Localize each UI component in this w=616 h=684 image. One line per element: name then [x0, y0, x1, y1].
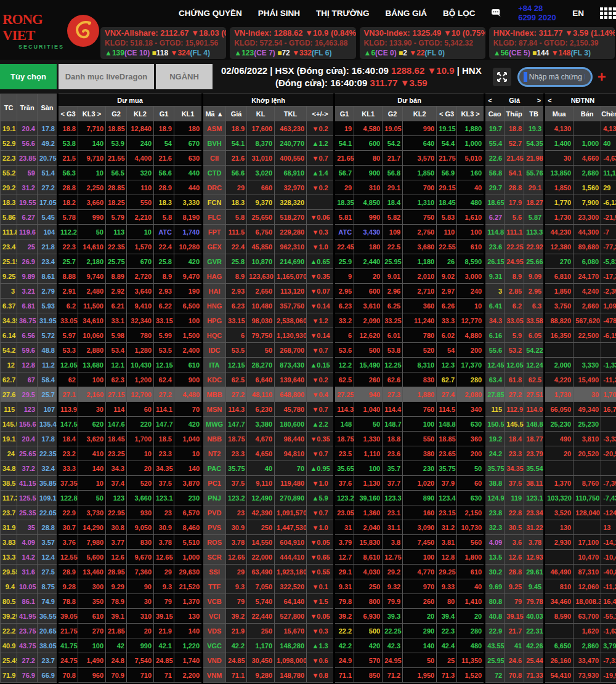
- cell-ticker[interactable]: HQC: [203, 328, 226, 343]
- stock-row-GEX[interactable]: 23.42521.822.314,61022.351,57022.410,280…: [1, 239, 616, 254]
- cell-ticker[interactable]: VND: [203, 653, 226, 668]
- cell-ticker[interactable]: HPG: [203, 313, 226, 328]
- apps-grid-icon[interactable]: [600, 7, 616, 19]
- tab-danh-muc-livedragon[interactable]: Danh mục liveDragon: [59, 64, 154, 89]
- cell-ticker[interactable]: VNM: [203, 668, 226, 683]
- stock-row-HNG[interactable]: 6.376.815.936.211,5006.219,4106.226,500H…: [1, 299, 616, 313]
- stock-row-NT2[interactable]: 2425.6522.3523.241023.251023.310NT223.34…: [1, 446, 616, 461]
- cell-ticker[interactable]: HAG: [203, 269, 226, 284]
- stock-row-CTD[interactable]: 55.25951.456.31056.532056.6440CTD56.63,0…: [1, 166, 616, 180]
- stock-row-GVR[interactable]: 25.1526.923.425.72,18025.7567025.8420GVR…: [1, 254, 616, 269]
- stock-row-NBB[interactable]: 19.120.417.818.43,62018.451,70018.51,040…: [1, 432, 616, 446]
- stock-row-MBB[interactable]: 27.629.525.727.12,16027.1512,70027.24,48…: [1, 387, 616, 402]
- stock-row-MWG[interactable]: 145.5155.6135.4147.5620147.6220147.7420M…: [1, 417, 616, 432]
- col-header-ask-g3[interactable]: < G3: [437, 107, 457, 121]
- col-header-change[interactable]: <+/->: [307, 107, 334, 121]
- cell-ticker[interactable]: NT2: [203, 446, 226, 461]
- col-header-ask-g2[interactable]: G2: [383, 107, 403, 121]
- cell-ticker[interactable]: GEX: [203, 239, 226, 254]
- cell-ticker[interactable]: VDS: [203, 624, 226, 638]
- stock-row-FLC[interactable]: 5.866.275.455.789905.792,2105.88,190FLC5…: [1, 210, 616, 225]
- cell-ticker[interactable]: DRC: [203, 180, 226, 195]
- chevron-left-icon[interactable]: <: [548, 97, 551, 104]
- stock-row-VCB[interactable]: 80.586.174.978.835078.930791,370VCB795,7…: [1, 594, 616, 609]
- index-box-vnindex[interactable]: VN-Index: 1288.62 ▼10.9 (0.84%) KLGD: 57…: [230, 27, 355, 59]
- stock-row-HAG[interactable]: 9.259.898.618.889,7408.892,7208.99,470HA…: [1, 269, 616, 284]
- cell-ticker[interactable]: NBB: [203, 432, 226, 446]
- stock-row-CII[interactable]: 22.323.8520.7521.59,71021.554,40021.6630…: [1, 151, 616, 166]
- cell-ticker[interactable]: CII: [203, 151, 226, 166]
- col-header-ask-kl1[interactable]: KL1: [354, 107, 383, 121]
- stock-row-SSI[interactable]: 29.5531.627.528.913,46028.957,3602929,63…: [1, 565, 616, 579]
- col-header-tc[interactable]: TC: [1, 94, 17, 121]
- cell-ticker[interactable]: IDC: [203, 343, 226, 358]
- cell-ticker[interactable]: VCB: [203, 594, 226, 609]
- stock-row-MSN[interactable]: 115123107113.93011460114.170MSN114.36,23…: [1, 402, 616, 417]
- cell-ticker[interactable]: SSI: [203, 565, 226, 579]
- col-header-tkl[interactable]: TKL: [275, 107, 307, 121]
- nav-thi-truong[interactable]: THỊ TRƯỜNG: [316, 9, 369, 18]
- cell-ticker[interactable]: PC1: [203, 476, 226, 491]
- col-header-bid-g1[interactable]: G1: [154, 107, 174, 121]
- col-header-bid-kl1[interactable]: KL1: [174, 107, 203, 121]
- col-header-ma[interactable]: Mã ▲: [203, 107, 226, 121]
- stock-row-VND[interactable]: 25.4527.223.724.751,49024.87,54024.851,7…: [1, 653, 616, 668]
- stock-row-TTF[interactable]: 9.410.058.759.283009.29909.321,520TTF9.3…: [1, 579, 616, 594]
- cell-ticker[interactable]: HAI: [203, 284, 226, 299]
- col-header-fchenh[interactable]: Chèn: [601, 107, 616, 121]
- stock-row-ASM[interactable]: 19.120.417.818.87,71018.8512,84018.9180A…: [1, 121, 616, 136]
- stock-row-SCR[interactable]: 13.314.212.412.555,60012.69,67012.651,00…: [1, 550, 616, 565]
- nav-chung-quyen[interactable]: CHỨNG QUYỀN: [179, 9, 242, 18]
- stock-row-BVH[interactable]: 52.956.649.253.814053.924054670BVH54.18,…: [1, 136, 616, 151]
- col-header-bid-kl3[interactable]: KL3 >: [78, 107, 106, 121]
- col-header-ask-g1[interactable]: G1: [334, 107, 354, 121]
- col-header-gia[interactable]: Giá: [226, 107, 247, 121]
- index-box-vn30[interactable]: VN30-Index: 1325.49 ▼10 (0.75%) KLGD: 13…: [360, 27, 485, 59]
- cell-ticker[interactable]: BVH: [203, 136, 226, 151]
- col-header-ask-kl2[interactable]: KL2: [403, 107, 437, 121]
- col-header-tb[interactable]: TB: [524, 107, 545, 121]
- stock-row-KDC[interactable]: 62.76758.46210062.31,20062.4900KDC62.56,…: [1, 372, 616, 387]
- cell-ticker[interactable]: FPT: [203, 225, 226, 239]
- tab-nganh[interactable]: NGÀNH: [156, 64, 213, 89]
- language-toggle[interactable]: EN: [572, 9, 584, 18]
- cell-ticker[interactable]: PAC: [203, 461, 226, 476]
- cell-ticker[interactable]: ITA: [203, 358, 226, 372]
- stock-row-IDC[interactable]: 54.259.648.853.32,88053.41,28053.52,400I…: [1, 343, 616, 358]
- col-header-thap[interactable]: Thấp: [505, 107, 524, 121]
- cell-ticker[interactable]: CTD: [203, 166, 226, 180]
- cell-ticker[interactable]: HNG: [203, 299, 226, 313]
- col-header-san[interactable]: Sàn: [38, 94, 58, 121]
- chevron-right-icon[interactable]: >: [537, 97, 541, 104]
- col-header-bid-g3[interactable]: < G3: [58, 107, 78, 121]
- stock-row-PVD[interactable]: 23.725.3522.0522.93,73022.95930236,570PV…: [1, 505, 616, 520]
- hotline-phone[interactable]: +84 28 6299 2020: [518, 4, 556, 22]
- cell-ticker[interactable]: GVR: [203, 254, 226, 269]
- col-header-fban[interactable]: Bán: [573, 107, 601, 121]
- cell-ticker[interactable]: VGC: [203, 638, 226, 653]
- col-header-kl[interactable]: KL: [247, 107, 275, 121]
- col-header-bid-kl2[interactable]: KL2: [127, 107, 154, 121]
- cell-ticker[interactable]: TTF: [203, 579, 226, 594]
- nav-bo-loc[interactable]: BỘ LỌC: [443, 9, 476, 18]
- cell-ticker[interactable]: MWG: [203, 417, 226, 432]
- stock-row-VGC[interactable]: 40.943.7538.0541.751004299042.11,220VGC4…: [1, 638, 616, 653]
- ticker-search-input[interactable]: [517, 67, 593, 87]
- add-ticker-button[interactable]: +: [598, 70, 606, 84]
- stock-row-HQC[interactable]: 6.146.565.725.9710,0605.987805.991,500HQ…: [1, 328, 616, 343]
- stock-row-FPT[interactable]: 111.8119.6104112.25011310ATC1,740FPT111.…: [1, 225, 616, 239]
- stock-row-PVS[interactable]: 31.93528.830.714,29030.89,05030.98,460PV…: [1, 520, 616, 535]
- nav-phai-sinh[interactable]: PHÁI SINH: [258, 9, 300, 18]
- index-box-vnx[interactable]: VNX-Allshare: 2112.67 ▼18.03 (0.85%) KLG…: [100, 27, 226, 59]
- stock-row-ITA[interactable]: 1212.811.212.0513,68012.110,43012.15610I…: [1, 358, 616, 372]
- cell-ticker[interactable]: PNJ: [203, 491, 226, 505]
- cell-ticker[interactable]: FCN: [203, 195, 226, 210]
- stock-row-VDS[interactable]: 22.223.7520.6521.7527021.852021.9140VDS2…: [1, 624, 616, 638]
- stock-row-VCI[interactable]: 39.2541.9536.5539.0561039.131039.15130VC…: [1, 609, 616, 624]
- cell-ticker[interactable]: KDC: [203, 372, 226, 387]
- col-header-cao[interactable]: Cao: [485, 107, 505, 121]
- cell-ticker[interactable]: SCR: [203, 550, 226, 565]
- cell-ticker[interactable]: ROS: [203, 535, 226, 550]
- cell-ticker[interactable]: ASM: [203, 121, 226, 136]
- col-header-tran[interactable]: Trần: [17, 94, 38, 121]
